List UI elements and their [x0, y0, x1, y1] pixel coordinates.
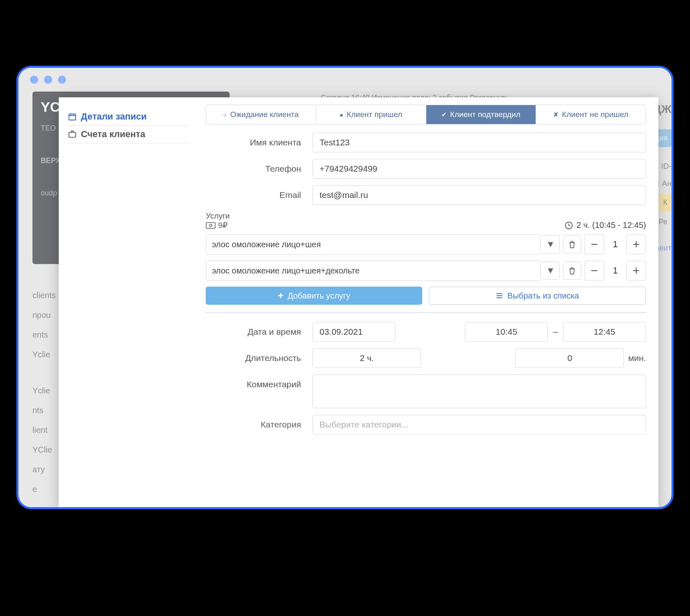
svg-rect-2 — [206, 223, 215, 228]
bg-column: clientsnpou entsYclie Yclients lientYCli… — [32, 285, 56, 509]
window-dot-yellow[interactable] — [44, 76, 52, 84]
record-modal: Детали записи Счета клиента ○Ожидание кл… — [59, 97, 658, 508]
add-service-button[interactable]: + Добавить услугу — [206, 287, 422, 305]
qty-plus-button[interactable]: + — [626, 234, 646, 254]
service-delete-button[interactable] — [563, 262, 581, 280]
label-phone: Телефон — [206, 164, 313, 174]
label-email: Email — [206, 190, 313, 200]
cash-icon — [206, 222, 216, 229]
tab-confirmed[interactable]: ✔Клиент подтвердил — [426, 105, 536, 124]
plus-icon: + — [278, 290, 283, 301]
modal-main: ○Ожидание клиента ●Клиент пришел ✔Клиент… — [198, 97, 658, 508]
service-delete-button[interactable] — [563, 235, 581, 253]
duration-minutes-input[interactable] — [515, 348, 624, 368]
separator — [206, 312, 646, 313]
service-select[interactable]: элос омоложение лицо+шея+декольте — [206, 260, 540, 281]
label-comment: Комментарий — [206, 375, 313, 389]
services-title: Услуги — [206, 211, 230, 221]
time-from-input[interactable] — [465, 322, 548, 342]
calendar-icon — [68, 112, 77, 121]
status-tabs: ○Ожидание клиента ●Клиент пришел ✔Клиент… — [206, 105, 646, 124]
pick-service-button[interactable]: Выбрать из списка — [429, 287, 646, 305]
service-dropdown-button[interactable]: ▼ — [542, 235, 560, 253]
client-name-input[interactable] — [313, 133, 646, 152]
services-duration: 2 ч. (10:45 - 12:45) — [577, 221, 646, 230]
briefcase-icon — [68, 130, 77, 139]
svg-point-3 — [209, 224, 212, 227]
duration-hours-input[interactable] — [313, 348, 421, 368]
comment-textarea[interactable] — [313, 375, 646, 408]
window-dot-red[interactable] — [30, 76, 38, 84]
sidebar-item-invoices[interactable]: Счета клиента — [68, 126, 189, 143]
browser-titlebar — [18, 68, 672, 92]
trash-icon — [568, 240, 576, 248]
window-dot-green[interactable] — [58, 76, 66, 84]
services-price: 9₽ — [218, 221, 228, 230]
qty-value: 1 — [604, 265, 626, 276]
service-select[interactable]: элос омоложение лицо+шея — [206, 234, 540, 255]
minutes-unit: мин. — [628, 353, 646, 363]
client-email-input[interactable] — [313, 185, 646, 205]
time-to-input[interactable] — [563, 322, 646, 342]
svg-rect-1 — [69, 132, 76, 137]
tab-waiting[interactable]: ○Ожидание клиента — [206, 105, 316, 124]
qty-plus-button[interactable]: + — [626, 261, 646, 280]
qty-minus-button[interactable]: − — [584, 261, 604, 280]
sidebar-item-details[interactable]: Детали записи — [68, 108, 189, 126]
label-duration: Длительность — [206, 353, 313, 363]
tab-arrived[interactable]: ●Клиент пришел — [316, 105, 426, 124]
date-input[interactable] — [313, 322, 396, 342]
label-category: Категория — [206, 420, 313, 430]
svg-rect-0 — [69, 114, 76, 120]
service-row: элос омоложение лицо+шея+декольте ▼ − 1 … — [206, 260, 646, 281]
label-name: Имя клиента — [206, 138, 313, 147]
service-row: элос омоложение лицо+шея ▼ − 1 + — [206, 234, 646, 255]
service-dropdown-button[interactable]: ▼ — [542, 262, 560, 280]
clock-icon — [564, 221, 573, 230]
sidebar-item-label: Счета клиента — [81, 129, 145, 140]
qty-value: 1 — [604, 239, 626, 250]
qty-minus-button[interactable]: − — [584, 234, 604, 254]
category-input[interactable] — [313, 415, 646, 434]
time-dash: – — [553, 326, 558, 337]
sidebar-item-label: Детали записи — [81, 111, 147, 122]
tab-noshow[interactable]: ✘Клиент не пришел — [536, 105, 646, 124]
label-date: Дата и время — [206, 327, 313, 337]
list-icon — [496, 293, 503, 299]
browser-frame: YCl TEO ВЕРЖ oudp clientsnpou entsYclie … — [16, 66, 674, 509]
client-phone-input[interactable] — [313, 159, 646, 179]
modal-sidebar: Детали записи Счета клиента — [59, 97, 198, 508]
trash-icon — [568, 267, 576, 275]
